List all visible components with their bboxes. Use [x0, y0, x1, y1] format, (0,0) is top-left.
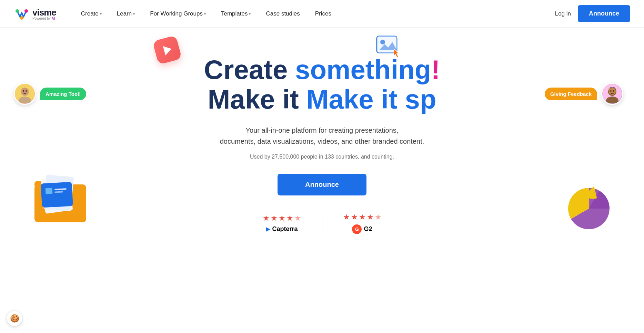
login-button[interactable]: Log in — [555, 10, 571, 17]
capterra-arrow-icon: ▶ — [266, 226, 270, 232]
hero-used-stat: Used by 27,500,000 people in 133 countri… — [14, 154, 630, 160]
svg-point-6 — [380, 40, 385, 44]
title-sp: Make it sp — [306, 84, 436, 114]
g2-rating: ★ ★ ★ ★ ★ G G2 — [322, 213, 402, 234]
logo-text: visme Powered by AI — [32, 7, 56, 20]
title-something: something — [295, 54, 431, 85]
hero-title: Create something! Make it Make it sp — [14, 55, 630, 114]
nav-learn[interactable]: Learn ▾ — [109, 0, 142, 28]
svg-rect-26 — [43, 174, 74, 211]
svg-point-2 — [24, 9, 28, 13]
svg-rect-28 — [46, 188, 53, 194]
nav-right: Log in Announce — [555, 5, 630, 22]
svg-rect-23 — [41, 176, 73, 214]
nav-create[interactable]: Create ▾ — [73, 0, 109, 28]
chevron-down-icon: ▾ — [133, 12, 135, 16]
title-exclaim: ! — [431, 54, 440, 85]
svg-rect-21 — [34, 184, 86, 222]
announce-button-hero[interactable]: Announce — [278, 174, 366, 195]
capterra-rating: ★ ★ ★ ★ ★ ▶ Capterra — [242, 214, 322, 233]
nav-prices[interactable]: Prices — [308, 0, 339, 28]
announce-button-nav[interactable]: Announce — [578, 5, 630, 22]
svg-rect-22 — [34, 181, 59, 188]
svg-rect-27 — [41, 182, 73, 208]
svg-rect-4 — [377, 36, 397, 53]
svg-point-1 — [16, 9, 19, 13]
hero-subtitle: Your all-in-one platform for creating pr… — [219, 125, 425, 147]
capterra-stars: ★ ★ ★ ★ ★ — [263, 214, 301, 223]
svg-point-3 — [20, 16, 23, 20]
nav-case-studies[interactable]: Case studies — [258, 0, 307, 28]
chevron-down-icon: ▾ — [204, 12, 206, 16]
title-create: Create — [204, 54, 295, 85]
svg-rect-30 — [54, 191, 63, 193]
svg-rect-5 — [377, 36, 397, 53]
svg-rect-29 — [54, 188, 67, 190]
ratings-row: ★ ★ ★ ★ ★ ▶ Capterra ★ ★ ★ ★ ★ G G2 — [236, 213, 408, 234]
chevron-down-icon: ▾ — [100, 12, 102, 16]
nav-templates[interactable]: Templates ▾ — [213, 0, 258, 28]
visme-logo-icon — [14, 6, 30, 22]
pie-chart-decoration — [561, 181, 616, 234]
g2-circle-icon: G — [352, 224, 362, 234]
logo[interactable]: visme Powered by AI — [14, 6, 56, 22]
folder-decoration — [28, 167, 93, 227]
title-make: Make it — [208, 84, 306, 114]
svg-rect-24 — [41, 185, 52, 188]
hero-section: Amazing Tool! Giving Feedback — [0, 28, 644, 262]
g2-stars: ★ ★ ★ ★ ★ — [343, 213, 382, 222]
chevron-down-icon: ▾ — [249, 12, 251, 16]
nav-links: Create ▾ Learn ▾ For Working Groups ▾ Te… — [73, 0, 555, 28]
cookie-consent-button[interactable]: 🍪 — [7, 311, 22, 326]
capterra-logo: ▶ Capterra — [266, 225, 298, 233]
svg-marker-7 — [379, 42, 397, 50]
navbar: visme Powered by AI Create ▾ Learn ▾ For… — [0, 0, 644, 28]
g2-logo: G G2 — [352, 224, 372, 234]
svg-rect-25 — [41, 188, 59, 192]
nav-working-groups[interactable]: For Working Groups ▾ — [142, 0, 213, 28]
